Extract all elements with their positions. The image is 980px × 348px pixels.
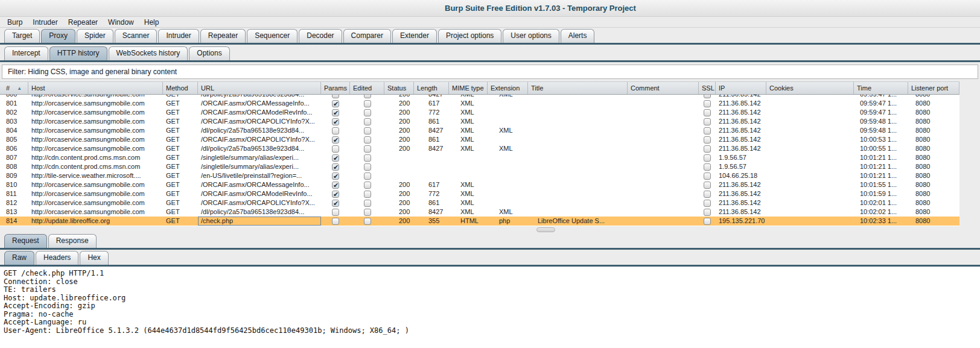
cell-ssl[interactable] (699, 135, 716, 144)
cell-time[interactable]: 09:59:47 1... (854, 95, 908, 99)
cell-url[interactable]: /singletile/summary/alias/experi... (198, 162, 321, 171)
cell-title[interactable] (528, 180, 628, 189)
cell-mime[interactable]: HTML (449, 217, 488, 226)
cell-extension[interactable] (488, 108, 528, 117)
cell-extension[interactable] (488, 180, 528, 189)
cell-title[interactable] (528, 117, 628, 126)
cell-host[interactable]: http://update.libreoffice.org (28, 217, 163, 226)
cell-comment[interactable] (628, 198, 699, 207)
cell-params[interactable] (321, 99, 350, 108)
cell-length[interactable]: 355 (414, 217, 449, 226)
params-checkbox[interactable] (332, 145, 339, 153)
edited-checkbox[interactable] (364, 182, 371, 189)
cell-title[interactable] (528, 162, 628, 171)
cell-comment[interactable] (628, 207, 699, 217)
cell-status[interactable] (384, 162, 414, 171)
tab-scanner[interactable]: Scanner (115, 29, 158, 43)
cell-url[interactable]: /ORCAIF.asmx/ORCAPOLICYInfo?X... (198, 117, 321, 126)
ssl-checkbox[interactable] (704, 100, 711, 107)
cell-port[interactable]: 8080 (908, 144, 959, 153)
table-row-806[interactable]: 806http://orcaservice.samsungmobile.comG… (0, 144, 959, 153)
cell-mime[interactable]: XML (449, 108, 488, 117)
cell-method[interactable]: GET (163, 117, 198, 126)
cell-url[interactable]: /singletile/summary/alias/experi... (198, 153, 321, 162)
cell-host[interactable]: http://orcaservice.samsungmobile.com (28, 135, 163, 144)
cell-num[interactable]: 809 (0, 171, 28, 180)
ssl-checkbox[interactable] (704, 163, 711, 171)
column-header-params[interactable]: Params (321, 82, 350, 94)
cell-comment[interactable] (628, 117, 699, 126)
cell-ip[interactable]: 211.36.85.142 (716, 126, 766, 135)
cell-method[interactable]: GET (163, 99, 198, 108)
cell-length[interactable] (414, 171, 449, 180)
cell-comment[interactable] (628, 189, 699, 198)
msgtab-response[interactable]: Response (48, 234, 97, 248)
cell-time[interactable]: 09:59:48 1... (854, 117, 908, 126)
cell-time[interactable]: 10:01:21 1... (854, 153, 908, 162)
msgtab-request[interactable]: Request (4, 234, 47, 248)
column-header-host[interactable]: Host (28, 82, 163, 94)
cell-cookies[interactable] (766, 99, 854, 108)
cell-host[interactable]: http://orcaservice.samsungmobile.com (28, 126, 163, 135)
params-checkbox[interactable] (332, 182, 339, 189)
tab-user-options[interactable]: User options (503, 29, 559, 43)
cell-params[interactable] (321, 217, 350, 226)
cell-edited[interactable] (350, 117, 384, 126)
cell-url[interactable]: /ORCAIF.asmx/ORCAPOLICYInfo?X... (198, 135, 321, 144)
cell-ip[interactable]: 195.135.221.70 (716, 217, 766, 226)
cell-params[interactable] (321, 144, 350, 153)
cell-time[interactable]: 10:01:59 1... (854, 189, 908, 198)
table-row-811[interactable]: 811http://orcaservice.samsungmobile.comG… (0, 189, 959, 198)
cell-title[interactable] (528, 198, 628, 207)
ssl-checkbox[interactable] (704, 109, 711, 116)
cell-url[interactable]: /dl/policy/2a57ba965138e923d84... (198, 207, 321, 217)
cell-ip[interactable]: 211.36.85.142 (716, 117, 766, 126)
edited-checkbox[interactable] (364, 136, 371, 144)
cell-mime[interactable]: XML (449, 198, 488, 207)
cell-status[interactable]: 200 (384, 126, 414, 135)
cell-host[interactable]: http://orcaservice.samsungmobile.com (28, 144, 163, 153)
cell-params[interactable] (321, 180, 350, 189)
cell-host[interactable]: http://tile-service.weather.microsoft...… (28, 171, 163, 180)
cell-mime[interactable] (449, 153, 488, 162)
cell-edited[interactable] (350, 153, 384, 162)
cell-mime[interactable]: XML (449, 126, 488, 135)
params-checkbox[interactable] (332, 109, 339, 116)
cell-port[interactable]: 8080 (908, 126, 959, 135)
cell-extension[interactable]: XML (488, 126, 528, 135)
cell-method[interactable]: GET (163, 144, 198, 153)
column-header-status[interactable]: Status (384, 82, 414, 94)
cell-num[interactable]: 802 (0, 108, 28, 117)
tab-alerts[interactable]: Alerts (561, 29, 595, 43)
cell-method[interactable]: GET (163, 108, 198, 117)
cell-port[interactable]: 8080 (908, 171, 959, 180)
cell-extension[interactable]: XML (488, 95, 528, 99)
cell-ssl[interactable] (699, 108, 716, 117)
table-row-810[interactable]: 810http://orcaservice.samsungmobile.comG… (0, 180, 959, 189)
cell-comment[interactable] (628, 153, 699, 162)
cell-method[interactable]: GET (163, 207, 198, 217)
cell-comment[interactable] (628, 171, 699, 180)
cell-port[interactable]: 8080 (908, 117, 959, 126)
table-row-807[interactable]: 807http://cdn.content.prod.cms.msn.comGE… (0, 153, 959, 162)
cell-port[interactable]: 8080 (908, 207, 959, 217)
column-header-cookies[interactable]: Cookies (766, 82, 854, 94)
cell-cookies[interactable] (766, 117, 854, 126)
cell-method[interactable]: GET (163, 95, 198, 99)
cell-title[interactable] (528, 95, 628, 99)
tab-sequencer[interactable]: Sequencer (247, 29, 298, 43)
cell-ssl[interactable] (699, 162, 716, 171)
cell-host[interactable]: http://cdn.content.prod.cms.msn.com (28, 153, 163, 162)
cell-method[interactable]: GET (163, 198, 198, 207)
cell-length[interactable]: 772 (414, 108, 449, 117)
ssl-checkbox[interactable] (704, 145, 711, 153)
cell-host[interactable]: http://orcaservice.samsungmobile.com (28, 198, 163, 207)
table-row-800[interactable]: 800http://orcaservice.samsungmobile.comG… (0, 95, 959, 99)
cell-length[interactable]: 772 (414, 189, 449, 198)
cell-params[interactable] (321, 198, 350, 207)
cell-url[interactable]: /en-US/livetile/preinstall?region=... (198, 171, 321, 180)
cell-comment[interactable] (628, 95, 699, 99)
cell-ssl[interactable] (699, 189, 716, 198)
cell-ip[interactable]: 211.36.85.142 (716, 198, 766, 207)
cell-extension[interactable] (488, 99, 528, 108)
